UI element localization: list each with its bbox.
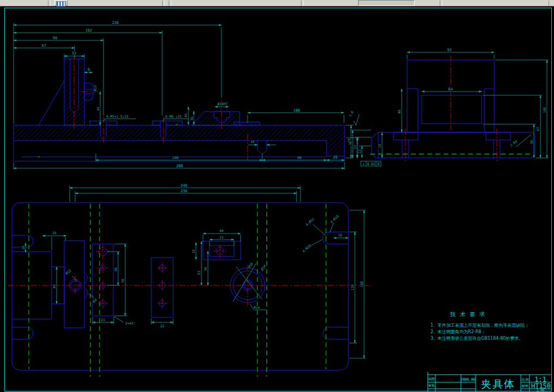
dim-label: 5	[175, 124, 178, 126]
dim-label: 23	[101, 318, 105, 322]
dim-label: Ø13	[93, 85, 97, 91]
toolbar-separator	[301, 1, 301, 6]
svg-text:D: D	[378, 162, 380, 166]
dim-label: 36	[530, 140, 533, 144]
dim-label: 5	[37, 156, 41, 158]
quantity-value: 1 件	[536, 388, 545, 392]
dim-label: 78	[121, 279, 125, 283]
toolbar	[0, 0, 554, 7]
dim-label: 18	[338, 233, 342, 237]
title-block-label: 审核	[428, 383, 435, 387]
dim-label: 22	[160, 324, 164, 328]
dim-label: 36	[114, 267, 118, 272]
dim-label: 105	[543, 107, 546, 113]
toolbar-separator	[50, 1, 51, 6]
chamfer-note: 2×45°	[125, 321, 136, 325]
title-block-label: 制图	[428, 377, 435, 381]
part-title: 夹具体	[481, 378, 515, 390]
toolbar-separator	[303, 1, 304, 6]
dim-label: 67	[536, 127, 540, 131]
dim-label: 106	[293, 108, 300, 113]
dim-label: 10	[21, 246, 25, 250]
thread-note: M14	[254, 305, 260, 309]
dim-label: 6	[88, 68, 90, 72]
dim-label: 260	[176, 164, 183, 168]
dim-label: 90	[297, 156, 301, 160]
toolbar-separator	[162, 1, 163, 6]
toolbar-separator	[169, 1, 169, 6]
dim-label: 40	[52, 284, 56, 289]
tolerance-frame: ⊥ 0.01 D	[361, 161, 381, 166]
table-icon	[56, 1, 66, 7]
dim-label: 36	[204, 267, 207, 271]
toolbar-separator	[440, 1, 440, 6]
dim-label: 98	[53, 36, 57, 40]
dim-label: 45	[184, 113, 188, 118]
thread-note: 4-M5×1.5↓15	[106, 114, 128, 118]
dim-label: 120	[350, 284, 354, 290]
thread-note: 6-M6 ↓15	[165, 114, 182, 118]
toolbar-combobox[interactable]	[358, 0, 415, 6]
dim-label: 226	[112, 21, 119, 25]
dim-label: 160	[360, 281, 364, 287]
tech-req-line: 1、零件加工表面上不应有划痕，擦伤等表面缺陷；	[430, 323, 529, 328]
dim-label: 20	[333, 155, 337, 160]
dim-label: 22	[219, 235, 224, 239]
dim-label: 67	[42, 44, 46, 48]
dim-label: 180	[172, 156, 179, 160]
dim-label: 22	[353, 145, 357, 149]
dim-label: 26	[52, 231, 57, 235]
svg-text:⊥: ⊥	[362, 162, 365, 166]
toolbar-separator	[164, 1, 165, 6]
dim-label: 30	[348, 141, 352, 145]
dim-label: 48	[397, 109, 401, 114]
dim-label: 30	[190, 117, 194, 121]
toolbar-separator	[549, 1, 549, 6]
dim-label: 92	[447, 48, 452, 52]
dim-label: 238	[181, 189, 188, 193]
dim-label: 25	[378, 144, 381, 148]
svg-text:0.01: 0.01	[367, 162, 376, 166]
dim-label: 64	[448, 87, 453, 91]
dim-label: 10	[250, 139, 255, 143]
dim-label: 53	[197, 271, 201, 275]
dim-label: 18	[192, 249, 195, 254]
dim-label: 162	[85, 28, 93, 33]
title-block-label: 材料	[521, 384, 528, 388]
cad-canvas[interactable]: 226 162 98 67 32 6 Ø13 49 4-M5×1.5↓15 6-…	[0, 7, 554, 392]
toolbar-separator	[171, 1, 171, 6]
dim-label: 49	[96, 107, 100, 111]
title-block-label: 比例	[522, 377, 529, 382]
dim-label: 248	[181, 183, 188, 188]
dim-label: 32	[72, 51, 76, 56]
toolbar-button-table[interactable]	[54, 0, 67, 6]
tech-req-title: 技 术 要 求	[450, 311, 486, 317]
toolbar-separator	[442, 1, 442, 6]
title-block-date: 2006.06	[460, 377, 475, 382]
tech-req-line: 2、未注明圆角均为R2-R8；	[430, 329, 485, 334]
dim-label: 40	[219, 229, 224, 232]
dim-label: 12	[358, 149, 361, 154]
toolbar-separator	[48, 1, 48, 6]
tech-req-line: 3、未注明形状公差应符合GB1184-80的要求。	[430, 336, 523, 341]
dim-label: Ø18H7	[218, 102, 228, 106]
